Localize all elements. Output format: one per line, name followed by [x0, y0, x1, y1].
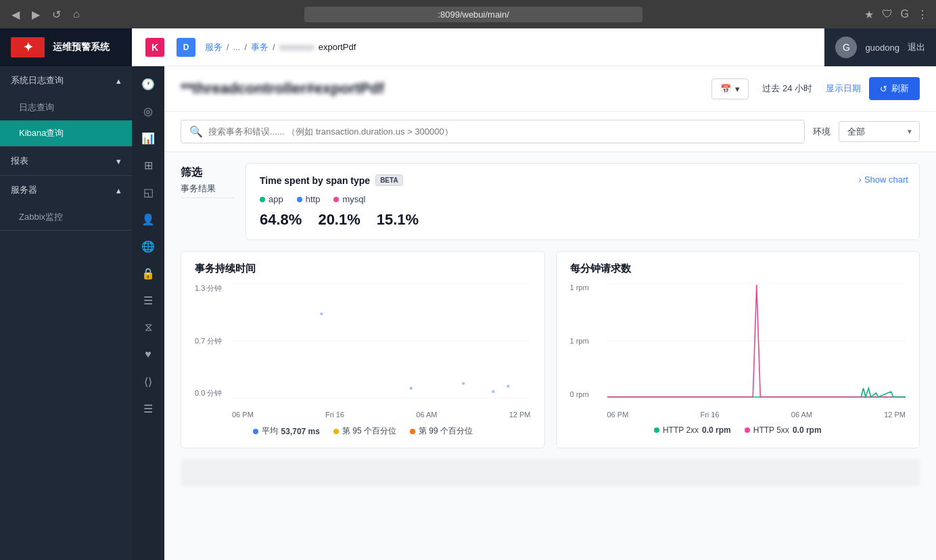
search-icon: 🔍	[189, 125, 203, 138]
bookmark-icon: ★	[864, 8, 874, 21]
sidebar-item-zabbix[interactable]: Zabbix监控	[0, 204, 132, 230]
refresh-button[interactable]: ↺	[49, 7, 64, 22]
sidebar: ✦ 运维预警系统 系统日志查询 ▴ 日志查询 Kibana查询 报表	[0, 28, 132, 560]
legend-dot-http	[297, 197, 302, 202]
logout-button[interactable]: 退出	[908, 41, 925, 53]
rpm-y-label-mid: 1 rpm	[570, 337, 607, 345]
breadcrumb-sep1: /	[227, 42, 229, 52]
sidebar-menu: 系统日志查询 ▴ 日志查询 Kibana查询 报表 ▾	[0, 66, 132, 560]
search-input[interactable]	[208, 126, 796, 137]
legend-avg: 平均 53,707 ms	[253, 425, 320, 437]
icon-map[interactable]: ◱	[136, 180, 160, 204]
legend-p95-dot	[333, 429, 339, 434]
legend-label-mysql: mysql	[342, 194, 365, 204]
env-select[interactable]: 全部 生产 测试	[839, 121, 920, 142]
kibana-logo-area: K	[143, 38, 167, 57]
forward-button[interactable]: ▶	[28, 7, 43, 22]
refresh-button[interactable]: ↺ 刷新	[869, 77, 920, 100]
legend-avg-value: 53,707 ms	[281, 427, 320, 436]
svg-point-7	[507, 385, 509, 388]
user-avatar: G	[835, 37, 857, 58]
icon-user[interactable]: 👤	[136, 207, 160, 231]
breadcrumb-ellipsis: ...	[233, 42, 241, 52]
svg-point-6	[492, 390, 494, 393]
breadcrumb-transactions[interactable]: 事务	[251, 41, 268, 53]
sidebar-group-server-header[interactable]: 服务器 ▴	[0, 176, 132, 204]
icon-compass[interactable]: ◎	[136, 99, 160, 123]
icon-lock[interactable]: 🔒	[136, 261, 160, 285]
legend-p95: 第 95 个百分位	[333, 425, 396, 437]
duration-chart-panel: 事务持续时间 1.3 分钟 0.7 分钟 0.0 分钟	[181, 251, 545, 448]
sidebar-header: ✦ 运维预警系统	[0, 28, 132, 66]
duration-x-axis: 06 PM Fri 16 06 AM 12 PM	[232, 405, 531, 419]
legend-label-http: http	[306, 194, 321, 204]
show-date-button[interactable]: 显示日期	[826, 83, 861, 95]
legend-http2xx-dot	[654, 427, 659, 433]
breadcrumb-blur: xxxxxxxx	[279, 42, 314, 52]
duration-chart-title: 事务持续时间	[195, 262, 531, 275]
svg-point-5	[462, 382, 465, 385]
refresh-label: 刷新	[891, 83, 909, 95]
icon-chart[interactable]: 📊	[136, 126, 160, 150]
rpm-x-label-1: Fri 16	[700, 411, 719, 419]
sidebar-item-log-query[interactable]: 日志查询	[0, 95, 132, 120]
time-picker-button[interactable]: 📅 ▾	[711, 78, 749, 99]
x-label-2: 06 AM	[416, 411, 437, 419]
home-button[interactable]: ⌂	[70, 7, 83, 22]
svg-point-3	[320, 312, 323, 315]
env-label: 环境	[813, 126, 830, 138]
bottom-blur-bar	[181, 459, 920, 486]
y-label-bottom: 0.0 分钟	[195, 388, 232, 398]
filter-row: 筛选 事务结果 Time spent by span type BETA ›	[181, 163, 920, 240]
sidebar-item-kibana[interactable]: Kibana查询	[0, 120, 132, 146]
icon-clock[interactable]: 🕐	[136, 72, 160, 96]
duration-y-axis: 1.3 分钟 0.7 分钟 0.0 分钟	[195, 283, 232, 398]
breadcrumb-current: exportPdf	[319, 42, 356, 52]
legend-item-mysql: mysql	[333, 194, 365, 204]
percent-mysql: 15.1%	[377, 211, 419, 229]
app-logo: ✦	[11, 37, 45, 57]
d-badge: D	[177, 38, 195, 57]
breadcrumb: 服务 / ... / 事务 / xxxxxxxx exportPdf	[205, 41, 356, 53]
icon-code[interactable]: ⟨⟩	[136, 369, 160, 394]
rpm-x-label-3: 12 PM	[884, 411, 906, 419]
icon-globe[interactable]: 🌐	[136, 234, 160, 258]
sidebar-group-reports-header[interactable]: 报表 ▾	[0, 147, 132, 175]
search-section: 🔍 环境 全部 生产 测试	[164, 112, 936, 152]
chevron-right-icon: ›	[859, 174, 862, 185]
x-label-1: Fri 16	[325, 411, 344, 419]
legend-http2xx: HTTP 2xx 0.0 rpm	[654, 425, 731, 435]
duration-chart-area: 1.3 分钟 0.7 分钟 0.0 分钟	[195, 283, 531, 419]
icon-filter[interactable]: ⧖	[136, 315, 160, 340]
icon-menu[interactable]: ☰	[136, 396, 160, 421]
breadcrumb-sep3: /	[273, 42, 275, 52]
rpm-y-label-top: 1 rpm	[570, 283, 607, 291]
calendar-icon: 📅	[720, 84, 731, 94]
legend-label-app: app	[268, 194, 283, 204]
legend-item-app: app	[260, 194, 283, 204]
rpm-svg-area	[607, 283, 906, 398]
show-chart-button[interactable]: › Show chart	[859, 174, 908, 185]
icon-list[interactable]: ☰	[136, 288, 160, 312]
breadcrumb-sep2: /	[244, 42, 247, 52]
content-with-icon-sidebar: 🕐 ◎ 📊 ⊞ ◱ 👤 🌐 🔒 ☰ ⧖ ♥ ⟨⟩ ☰ **threadcontr…	[132, 66, 936, 560]
back-button[interactable]: ◀	[8, 7, 23, 22]
rpm-svg	[607, 283, 906, 398]
address-bar[interactable]: :8099/webui/main/	[304, 7, 642, 22]
legend-http5xx: HTTP 5xx 0.0 rpm	[745, 425, 822, 435]
y-label-mid: 0.7 分钟	[195, 336, 232, 346]
account-icon: G	[901, 8, 909, 21]
svg-point-4	[410, 387, 413, 390]
time-spent-title-text: Time spent by span type	[260, 175, 370, 186]
legend-p99-dot	[410, 429, 415, 434]
rpm-x-axis: 06 PM Fri 16 06 AM 12 PM	[607, 405, 906, 419]
sidebar-group-logs-header[interactable]: 系统日志查询 ▴	[0, 66, 132, 95]
sidebar-group-reports-label: 报表	[11, 155, 28, 167]
icon-grid[interactable]: ⊞	[136, 153, 160, 177]
icon-activity[interactable]: ♥	[136, 342, 160, 367]
show-chart-label: Show chart	[864, 174, 908, 185]
sidebar-group-logs: 系统日志查询 ▴ 日志查询 Kibana查询	[0, 66, 132, 147]
legend-http5xx-value: 0.0 rpm	[793, 425, 822, 435]
chevron-up-icon: ▴	[116, 76, 121, 86]
breadcrumb-service[interactable]: 服务	[205, 41, 223, 53]
